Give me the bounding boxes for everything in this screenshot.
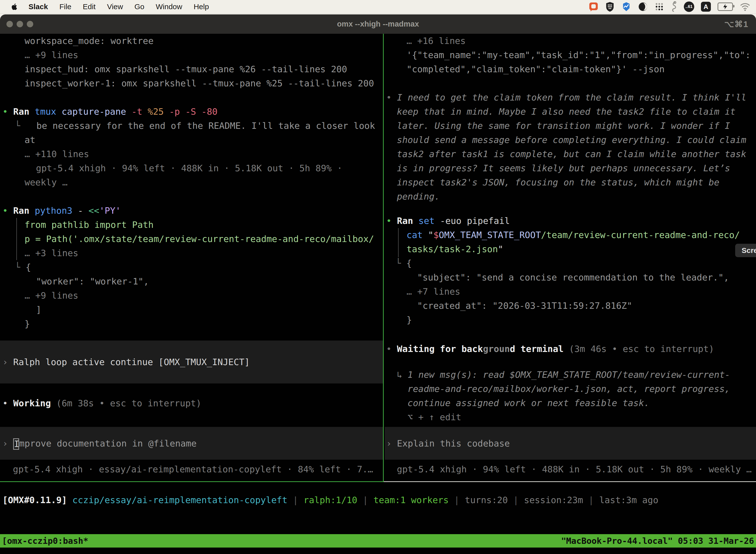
timer-badge-icon[interactable]: ..61	[684, 1, 694, 12]
terminal-line: "worker": "worker-1",	[0, 274, 383, 288]
dots-grid-icon[interactable]	[654, 2, 664, 11]
terminal-line: gpt-5.4 xhigh · 94% left · 488K in · 5.1…	[385, 462, 756, 476]
close-window-button[interactable]	[6, 21, 13, 27]
menu-app-name[interactable]: Slack	[23, 2, 54, 11]
keyboard-layout-letter: A	[704, 3, 708, 11]
stats-lightning-icon[interactable]	[621, 2, 631, 12]
terminal-line: p = Path('.omx/state/team/review-current…	[0, 232, 383, 246]
terminal-line: gpt-5.4 xhigh · 94% left · 488K in · 5.1…	[0, 161, 383, 175]
tmux-status-bar: [omx-cczip0:bash* "MacBook-Pro-44.local"…	[0, 534, 756, 548]
terminal-line: continue assigned work or next feasible …	[385, 396, 756, 410]
pane-bottom-border-inactive	[384, 481, 756, 482]
terminal-line: • Working (6m 38s • esc to interrupt)	[0, 396, 383, 410]
apple-menu-icon[interactable]	[10, 3, 18, 11]
terminal-line: keep that in mind. Maybe I also need the…	[385, 105, 756, 119]
terminal-line: › Explain this codebase	[385, 436, 756, 450]
terminal-line: workspace_mode: worktree	[0, 34, 383, 48]
quote-connector-line	[398, 228, 398, 257]
terminal-line: }	[0, 317, 383, 331]
timer-badge-label: ..61	[686, 4, 693, 9]
terminal-line: pending.	[385, 189, 756, 204]
terminal-line: inspect_worker-1: omx sparkshell --tmux-…	[0, 76, 383, 90]
right-pane-model-status: gpt-5.4 xhigh · 94% left · 488K in · 5.1…	[385, 462, 756, 476]
terminal-line: is in progress? It seems likely but perh…	[385, 161, 756, 175]
terminal-line: should send a message before completing …	[385, 133, 756, 147]
pane-bottom-border-active	[0, 481, 384, 482]
menu-item-window[interactable]: Window	[150, 2, 188, 11]
terminal-line: • Waiting for background terminal (3m 46…	[385, 342, 756, 356]
moon-icon[interactable]	[638, 2, 648, 12]
menu-item-file[interactable]: File	[54, 2, 77, 11]
working-status-row: • Working (6m 38s • esc to interrupt)	[0, 396, 383, 410]
terminal-line: • I need to get the claim token from the…	[385, 90, 756, 105]
window-shortcut-hint: ⌥⌘1	[724, 19, 756, 29]
terminal-line: }	[385, 313, 756, 327]
terminal-line: "created_at": "2026-03-31T11:59:27.816Z"	[385, 298, 756, 313]
chat-app-icon[interactable]	[588, 2, 598, 12]
terminal-line: "subject": "send a concise recommendatio…	[385, 270, 756, 284]
terminal-line: › Improve documentation in @filename	[0, 436, 383, 450]
terminal-line: later. Using the same for transition mig…	[385, 119, 756, 133]
menu-item-view[interactable]: View	[101, 2, 128, 11]
terminal-line: from pathlib import Path	[0, 218, 383, 232]
terminal-line: • Ran python3 - <<'PY'	[0, 204, 383, 218]
tmux-session-name: [omx-cczip0:bash*	[0, 536, 88, 546]
tmux-pane-right[interactable]: … +16 lines'{"team_name":"my-team","task…	[385, 34, 756, 481]
wifi-icon[interactable]	[740, 2, 751, 11]
terminal-line: inspect task2's JSON, focusing on the st…	[385, 175, 756, 189]
screenshot-tooltip-label: Scre	[742, 246, 756, 255]
terminal-line: task2 after task1 is complete, but can I…	[385, 147, 756, 161]
terminal-line: └ {	[385, 256, 756, 270]
shield-grid-icon[interactable]	[605, 1, 615, 12]
terminal-line: … +16 lines	[385, 34, 756, 48]
terminal-line: inspect_hud: omx sparkshell --tmux-pane …	[0, 62, 383, 76]
menu-bar-status-icons: ..61 A	[588, 1, 756, 12]
terminal-line: gpt-5.4 xhigh · essay/ai-reimplementatio…	[0, 462, 383, 476]
terminal-window: workspace_mode: worktree… +9 linesinspec…	[0, 34, 756, 554]
terminal-line: › Ralph loop active continue [OMX_TMUX_I…	[0, 355, 383, 369]
pane-divider[interactable]	[383, 34, 384, 481]
tmux-pane-left[interactable]: workspace_mode: worktree… +9 linesinspec…	[0, 34, 383, 481]
traffic-lights	[0, 21, 33, 27]
prompt-input-left[interactable]: › Improve documentation in @filename	[0, 427, 383, 460]
keyboard-layout-icon[interactable]: A	[701, 2, 711, 12]
terminal-line: … +9 lines	[0, 288, 383, 302]
terminal-line: at	[0, 133, 383, 147]
terminal-line: [OMX#0.11.9] cczip/essay/ai-reimplementa…	[0, 493, 756, 507]
battery-charging-icon[interactable]	[717, 2, 733, 11]
left-pane-model-status: gpt-5.4 xhigh · essay/ai-reimplementatio…	[0, 462, 383, 476]
omx-session-status-line: [OMX#0.11.9] cczip/essay/ai-reimplementa…	[0, 493, 756, 507]
menu-item-go[interactable]: Go	[129, 2, 150, 11]
terminal-line: tasks/task-2.json"	[385, 242, 756, 256]
terminal-line: ↳ 1 new msg(s): read $OMX_TEAM_STATE_ROO…	[385, 368, 756, 382]
minimize-window-button[interactable]	[17, 21, 23, 27]
menu-item-help[interactable]: Help	[188, 2, 215, 11]
terminal-line: cat "$OMX_TEAM_STATE_ROOT/team/review-cu…	[385, 228, 756, 242]
window-title-bar: omx --xhigh --madmax ⌥⌘1	[0, 14, 756, 34]
zoom-window-button[interactable]	[27, 21, 33, 27]
quote-connector-line	[16, 218, 17, 260]
prompt-input-right[interactable]: › Explain this codebase	[385, 427, 756, 460]
terminal-line: … +9 lines	[0, 48, 383, 62]
terminal-line: "completed","claim_token":"claim-token"}…	[385, 62, 756, 76]
window-title: omx --xhigh --madmax	[0, 19, 756, 29]
menu-item-edit[interactable]: Edit	[77, 2, 102, 11]
terminal-line: • Ran tmux capture-pane -t %25 -p -S -80	[0, 105, 383, 119]
terminal-line: readme-and-reco/mailbox/worker-1.json, a…	[385, 382, 756, 396]
terminal-line: └ be necessary for the end of the README…	[0, 119, 383, 133]
s-hook-icon[interactable]	[671, 1, 677, 12]
screenshot-tooltip-button[interactable]: Scre	[735, 244, 756, 257]
terminal-line: '{"team_name":"my-team","task_id":"1","f…	[385, 48, 756, 62]
menu-bar-left: Slack FileEditViewGoWindowHelp	[0, 2, 214, 11]
terminal-line: weekly …	[0, 175, 383, 189]
terminal-line: … +7 lines	[385, 284, 756, 298]
menu-bar: Slack FileEditViewGoWindowHelp ..61 A	[0, 0, 756, 14]
menu-items: FileEditViewGoWindowHelp	[54, 2, 214, 11]
terminal-line: • Ran set -euo pipefail	[385, 214, 756, 228]
terminal-line: … +3 lines	[0, 246, 383, 260]
terminal-line: └ {	[0, 260, 383, 274]
terminal-line: ]	[0, 302, 383, 317]
terminal-line: ⌥ + ↑ edit	[385, 410, 756, 424]
tmux-host-clock: "MacBook-Pro-44.local" 05:03 31-Mar-26	[561, 536, 756, 546]
terminal-line: … +110 lines	[0, 147, 383, 161]
